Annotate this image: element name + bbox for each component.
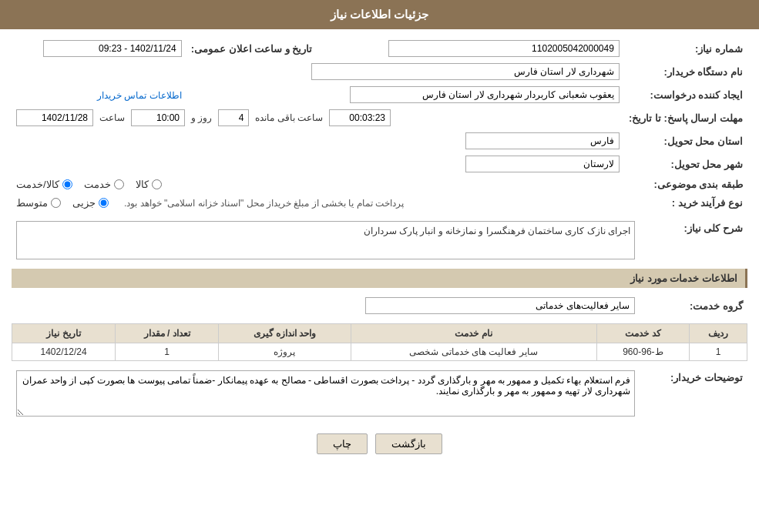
col-rownum: ردیف (690, 324, 747, 343)
purchase-type-radio-group: متوسط جزیی (16, 197, 109, 209)
col-service-code: کد خدمت (596, 324, 690, 343)
date-input[interactable] (43, 40, 182, 57)
category-option-kala-khedmat[interactable]: کالا/خدمت (16, 179, 72, 190)
category-label: طبقه بندی موضوعی: (624, 176, 747, 193)
category-khedmat-label: خدمت (84, 179, 111, 190)
cell-service-code: ط-96-960 (596, 343, 690, 361)
category-kala-khedmat-label: کالا/خدمت (16, 179, 59, 190)
description-table: شرح کلی نیاز: اجرای نازک کاری ساختمان فر… (12, 218, 747, 263)
cell-rownum: 1 (690, 343, 747, 361)
need-number-label: شماره نیاز: (624, 37, 747, 60)
description-label: شرح کلی نیاز: (640, 218, 747, 263)
purchase-type-motavas-label: متوسط (16, 197, 48, 209)
cell-quantity: 1 (116, 343, 219, 361)
category-khedmat-radio[interactable] (114, 179, 124, 189)
date-label: تاریخ و ساعت اعلان عمومی: (186, 37, 317, 60)
services-table: ردیف کد خدمت نام خدمت واحد اندازه گیری ت… (12, 323, 747, 361)
col-unit: واحد اندازه گیری (219, 324, 351, 343)
col-quantity: تعداد / مقدار (116, 324, 219, 343)
purchase-type-jozi[interactable]: جزیی (72, 197, 109, 209)
deadline-days-input[interactable] (218, 109, 249, 126)
back-button[interactable]: بازگشت (375, 433, 442, 454)
table-row: 1 ط-96-960 سایر فعالیت های خدماتی شخصی پ… (12, 343, 747, 361)
buyer-org-input[interactable] (311, 63, 620, 80)
cell-date: 1402/12/24 (12, 343, 116, 361)
deadline-label: مهلت ارسال پاسخ: تا تاریخ: (624, 106, 747, 129)
buyer-notes-textarea[interactable] (16, 370, 635, 417)
province-label: استان محل تحویل: (624, 129, 747, 152)
purchase-type-note: پرداخت تمام یا بخشی از مبلغ خریداز محل "… (124, 198, 404, 209)
category-kala-khedmat-radio[interactable] (62, 179, 72, 189)
cell-service-name: سایر فعالیت های خدماتی شخصی (351, 343, 596, 361)
purchase-type-jozi-radio[interactable] (99, 198, 109, 208)
services-section-title: اطلاعات خدمات مورد نیاز (12, 269, 747, 288)
category-kala-radio[interactable] (152, 179, 162, 189)
main-info-table: شماره نیاز: تاریخ و ساعت اعلان عمومی: نا… (12, 37, 747, 212)
page-header: جزئیات اطلاعات نیاز (0, 0, 759, 29)
cell-unit: پروژه (219, 343, 351, 361)
print-button[interactable]: چاپ (317, 433, 368, 454)
category-option-khedmat[interactable]: خدمت (84, 179, 124, 190)
creator-label: ایجاد کننده درخواست: (624, 83, 747, 106)
category-option-kala[interactable]: کالا (136, 179, 162, 190)
city-label: شهر محل تحویل: (624, 152, 747, 176)
deadline-time-label: ساعت (99, 112, 125, 123)
deadline-remaining-label: ساعت باقی مانده (255, 112, 323, 123)
creator-input[interactable] (350, 86, 620, 103)
service-group-table: گروه خدمت: (12, 294, 747, 317)
purchase-type-motavas[interactable]: متوسط (16, 197, 61, 209)
contact-link[interactable]: اطلاعات تماس خریدار (97, 90, 182, 101)
description-value: اجرای نازک کاری ساختمان فرهنگسرا و نمازخ… (16, 221, 635, 259)
col-service-name: نام خدمت (351, 324, 596, 343)
purchase-type-motavas-radio[interactable] (51, 198, 61, 208)
deadline-date-input[interactable] (16, 109, 93, 126)
deadline-time-input[interactable] (131, 109, 185, 126)
service-group-input[interactable] (365, 297, 635, 314)
deadline-remaining-input[interactable] (329, 109, 391, 126)
buyer-notes-label: توضیحات خریدار: (640, 367, 747, 422)
buyer-notes-table: توضیحات خریدار: (12, 367, 747, 422)
col-date: تاریخ نیاز (12, 324, 116, 343)
button-row: بازگشت چاپ (12, 433, 747, 454)
purchase-type-jozi-label: جزیی (72, 197, 96, 209)
buyer-org-label: نام دستگاه خریدار: (624, 60, 747, 83)
need-number-input[interactable] (388, 40, 620, 57)
purchase-type-label: نوع فرآیند خرید : (624, 193, 747, 212)
service-group-label: گروه خدمت: (640, 294, 747, 317)
province-input[interactable] (465, 132, 620, 149)
category-radio-group: کالا/خدمت خدمت کالا (16, 179, 620, 190)
deadline-days-label: روز و (191, 112, 212, 123)
category-kala-label: کالا (136, 179, 149, 190)
city-input[interactable] (465, 156, 620, 172)
